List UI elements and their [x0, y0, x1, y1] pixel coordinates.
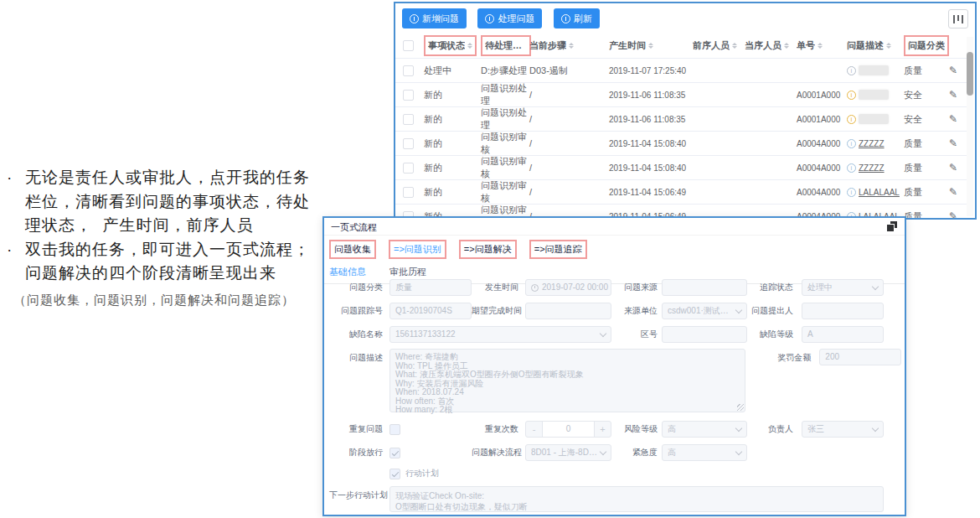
issue-desc-link[interactable]: LALALAAL [859, 188, 900, 197]
basic-info-form: 问题分类 质量 发生时间 2019-07-02 00:00 问题来源 追踪状态 … [329, 278, 901, 516]
row-checkbox[interactable] [403, 138, 414, 149]
edit-icon[interactable]: ✎ [949, 113, 957, 125]
defect-level-input[interactable]: A [802, 326, 884, 343]
chevron-down-icon [872, 424, 879, 431]
column-settings-button[interactable] [948, 9, 968, 28]
add-issue-button[interactable]: 新增问题 [402, 8, 467, 28]
tab-approval-history[interactable]: 审批历程 [389, 266, 426, 278]
info-icon: i [847, 115, 856, 124]
edit-icon[interactable]: ✎ [949, 162, 957, 174]
field-label: 缺陷等级 [747, 329, 793, 340]
stage-tab-track[interactable]: =>问题追踪 [529, 240, 587, 259]
occur-time-input[interactable]: 2019-07-02 00:00 [525, 279, 611, 296]
solve-process-select[interactable]: 8D01 - 上海-8D流程 [525, 444, 611, 461]
table-row[interactable]: 新的 问题识别审核 / 2019-11-04 15:06:49 A0004A00… [395, 180, 968, 205]
refresh-button[interactable]: 刷新 [554, 8, 600, 28]
info-icon: i [847, 91, 856, 100]
issue-desc-link[interactable]: ZZZZZ [859, 139, 885, 148]
chevron-down-icon [735, 306, 742, 313]
row-checkbox[interactable] [403, 187, 414, 198]
field-label: 来源单位 [611, 305, 658, 317]
source-unit-select[interactable]: csdw001·测试来源单位1 [662, 303, 747, 319]
bullet: · [7, 166, 25, 190]
tab-basic-info[interactable]: 基础信息 [329, 266, 366, 278]
area-no-input[interactable] [662, 326, 747, 343]
column-header-cur-person[interactable]: 当序人员 [745, 39, 789, 52]
circle-icon [561, 14, 570, 23]
row-checkbox[interactable] [403, 65, 414, 76]
table-row[interactable]: 新的 问题识别处理 / 2019-11-06 11:08:35 A0001A00… [395, 107, 968, 132]
repeat-problem-checkbox[interactable] [389, 424, 400, 435]
issue-desc-link[interactable]: ZZZZZ [859, 163, 885, 173]
risk-level-select[interactable]: 高 [662, 421, 747, 438]
column-header-current-step[interactable]: 当前步骤 [529, 39, 574, 52]
next-action-textarea[interactable]: 现场验证Check On-site: O型圈断口处有切边现象，疑似刀断 [389, 486, 884, 512]
redacted-value [859, 114, 889, 124]
sort-icon[interactable] [467, 40, 472, 51]
scrollbar-thumb[interactable] [967, 52, 973, 96]
stepper-plus-button[interactable]: + [594, 422, 611, 437]
column-header-status[interactable]: 事项状态 [424, 35, 477, 56]
column-header-order-no[interactable]: 单号 [797, 39, 823, 52]
problem-category-input[interactable]: 质量 [389, 279, 472, 296]
field-label: 重复次数 [472, 423, 518, 435]
edit-icon[interactable]: ✎ [949, 210, 957, 220]
stepper-minus-button[interactable]: - [526, 422, 543, 437]
problem-source-input[interactable] [662, 279, 747, 296]
table-row[interactable]: 新的 问题识别处理 / 2019-11-06 11:08:35 A0001A00… [395, 83, 968, 107]
problem-desc-textarea[interactable]: Where: 奇瑞捷豹 Who: TPL 操作员工 What: 液压泵机端双O型… [389, 349, 745, 412]
row-checkbox[interactable] [403, 114, 414, 125]
stage-release-checkbox[interactable] [389, 448, 400, 458]
edit-icon[interactable]: ✎ [949, 65, 957, 76]
field-label: 区号 [611, 329, 658, 340]
columns-icon [957, 15, 959, 21]
left-notes: ·无论是责任人或审批人，点开我的任务 栏位，清晰看到问题的事项状态，待处 理状态… [7, 166, 333, 311]
stage-tab-identify[interactable]: =>问题识别 [389, 240, 446, 259]
table-row[interactable]: 新的 问题识别审核 / 2019-11-04 15:08:40 A0004A00… [395, 132, 968, 156]
sort-icon[interactable] [818, 40, 823, 51]
stage-tab-collect[interactable]: 问题收集 [329, 240, 376, 259]
bullet: · [7, 238, 25, 262]
info-icon: i [847, 188, 856, 197]
copy-icon[interactable] [886, 221, 897, 232]
edit-icon[interactable]: ✎ [949, 89, 957, 101]
resize-handle-icon[interactable] [737, 404, 744, 411]
edit-icon[interactable]: ✎ [949, 186, 957, 198]
track-no-input[interactable]: Q1-20190704S [389, 303, 472, 319]
sort-icon[interactable] [569, 40, 574, 51]
stepper-value[interactable]: 0 [543, 422, 594, 437]
sort-icon[interactable] [732, 40, 737, 51]
proposer-input[interactable] [802, 303, 884, 319]
owner-select[interactable]: 张三 [802, 421, 884, 438]
defect-name-select[interactable]: 1561137133122 [389, 326, 611, 343]
urgency-select[interactable]: 高 [662, 444, 747, 461]
column-header-prev-person[interactable]: 前序人员 [693, 39, 737, 52]
table-row[interactable]: 新的 问题识别审核 / 2019-11-04 15:08:40 A0004A00… [395, 156, 968, 180]
column-header-created-time[interactable]: 产生时间 [609, 39, 653, 52]
action-plan-checkbox[interactable] [389, 469, 400, 479]
field-label: 风险等级 [611, 423, 658, 435]
sort-icon[interactable] [886, 40, 891, 51]
field-label: 阶段放行 [329, 447, 383, 458]
column-header-pending-type[interactable]: 待处理事项类 [481, 35, 531, 56]
row-checkbox[interactable] [403, 163, 414, 174]
reward-amount-input[interactable]: 200 [819, 349, 901, 365]
row-checkbox[interactable] [403, 90, 414, 101]
table-row[interactable]: 处理中 D:步骤处理 D03-遏制 2019-11-07 17:25:40 i … [395, 59, 968, 83]
stage-tab-solve[interactable]: =>问题解决 [459, 240, 517, 259]
edit-icon[interactable]: ✎ [949, 137, 957, 149]
column-header-desc[interactable]: 问题描述 [847, 39, 891, 52]
track-status-select[interactable]: 处理中 [802, 279, 884, 296]
note-line: 问题解决的四个阶段清晰呈现出来 [7, 262, 333, 286]
select-all-checkbox[interactable] [403, 40, 414, 51]
sort-icon[interactable] [784, 40, 789, 51]
chevron-down-icon [735, 448, 742, 454]
column-header-category[interactable]: 问题分类 [904, 35, 949, 56]
sort-icon[interactable] [648, 40, 653, 51]
info-icon: i [847, 139, 856, 148]
note-line: ·双击我的任务，即可进入一页式流程； [7, 238, 333, 262]
expect-time-input[interactable] [525, 303, 611, 319]
process-issue-button[interactable]: 处理问题 [477, 8, 542, 28]
redacted-value [859, 90, 889, 100]
table-toolbar: 新增问题 处理问题 刷新 [395, 3, 975, 34]
